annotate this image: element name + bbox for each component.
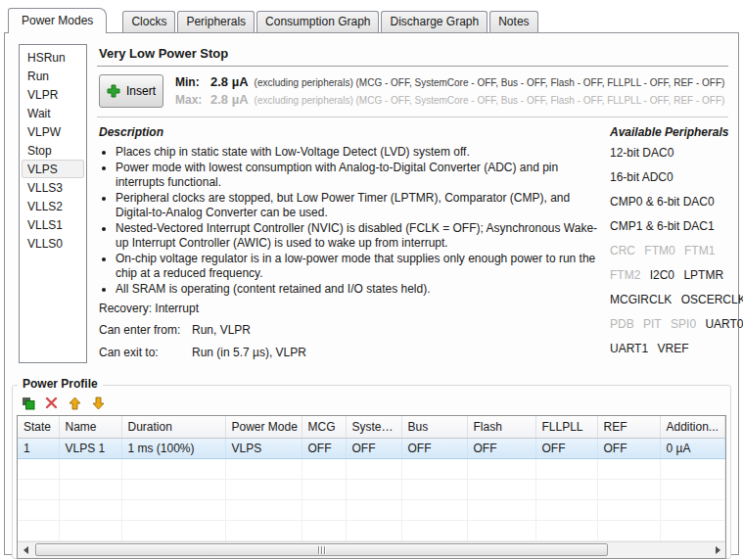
insert-button[interactable]: Insert [99, 74, 163, 108]
scroll-right-button[interactable] [710, 542, 725, 558]
mode-item-stop[interactable]: Stop [22, 141, 84, 160]
description-bullet: Power mode with lowest consumption with … [116, 161, 598, 190]
mode-item-wait[interactable]: Wait [22, 104, 84, 122]
max-line: Max: 2.8 µA (excluding peripherals) (MCG… [175, 91, 724, 109]
peripheral-label: MCGIRCLK [610, 293, 672, 306]
peripheral-label-disabled: FTM1 [684, 244, 715, 257]
col-header-name[interactable]: Name [59, 416, 121, 438]
cell-duration: 1 ms (100%) [121, 438, 225, 458]
peripheral-label: 12-bit DAC0 [610, 146, 673, 160]
peripheral-label-disabled: FTM2 [610, 268, 640, 282]
min-note: (excluding peripherals) (MCG - OFF, Syst… [255, 74, 725, 91]
scroll-right-icon [716, 546, 720, 554]
description-bullet: On-chip voltage regulator is in a low-po… [116, 252, 598, 281]
move-up-icon[interactable] [68, 396, 82, 410]
peripheral-row: 16-bit ADC0 [610, 165, 743, 190]
mode-item-vlls1[interactable]: VLLS1 [22, 215, 84, 234]
power-profile-toolbar [17, 394, 726, 415]
cell-ref: OFF [597, 438, 660, 458]
power-mode-detail-section: HSRun Run VLPR Wait VLPW Stop VLPS VLLS3… [11, 38, 732, 377]
max-note: (excluding peripherals) (MCG - OFF, Syst… [255, 92, 725, 109]
min-label: Min: [175, 74, 205, 91]
peripheral-label: OSCERCLK [681, 293, 743, 306]
peripheral-label-disabled: PDB [610, 317, 634, 331]
power-mode-list: HSRun Run VLPR Wait VLPW Stop VLPS VLLS3… [19, 44, 87, 363]
peripheral-label: LPTMR [683, 268, 723, 282]
mode-item-vlps[interactable]: VLPS [22, 160, 84, 178]
col-header-flash[interactable]: Flash [467, 416, 535, 438]
col-header-ref[interactable]: REF [597, 416, 660, 438]
mode-item-run[interactable]: Run [22, 67, 84, 85]
mode-title: Very Low Power Stop [97, 44, 728, 67]
power-profile-table: State Name Duration Power Mode MCG Syste… [17, 415, 726, 559]
peripheral-label: 16-bit ADC0 [610, 170, 673, 184]
peripheral-label: UART0 [705, 317, 743, 331]
mode-detail-pane: Very Low Power Stop Insert Min: [97, 44, 728, 377]
peripheral-label-disabled: CRC [610, 244, 635, 257]
empty-row [18, 458, 725, 479]
description-bullet: Peripheral clocks are stopped, but Low P… [116, 191, 598, 220]
power-modes-page: HSRun Run VLPR Wait VLPW Stop VLPS VLLS3… [4, 32, 739, 555]
col-header-state[interactable]: State [18, 416, 59, 438]
scrollbar-thumb[interactable] [35, 543, 608, 556]
can-exit-to-label: Can exit to: [99, 345, 192, 360]
col-header-bus[interactable]: Bus [401, 416, 467, 438]
mode-item-vlpr[interactable]: VLPR [22, 85, 84, 104]
insert-row: Insert Min: 2.8 µA (excluding peripheral… [97, 67, 728, 117]
tab-clocks[interactable]: Clocks [122, 11, 175, 32]
min-max-block: Min: 2.8 µA (excluding peripherals) (MCG… [175, 73, 724, 109]
duplicate-state-icon[interactable] [21, 396, 35, 410]
mode-item-hsrun[interactable]: HSRun [22, 48, 84, 67]
min-line: Min: 2.8 µA (excluding peripherals) (MCG… [175, 73, 724, 91]
description-bullet: Nested-Vectored Interrupt Controller (NV… [116, 221, 598, 251]
tab-consumption-graph[interactable]: Consumption Graph [256, 11, 379, 32]
col-header-additional[interactable]: Addition... [660, 416, 725, 438]
can-exit-to-value: Run (in 5.7 µs), VLPR [192, 345, 306, 360]
available-peripherals-heading: Available Peripherals [610, 125, 743, 139]
description-heading: Description [99, 125, 598, 139]
can-enter-from-value: Run, VLPR [192, 322, 251, 338]
mode-item-vlls2[interactable]: VLLS2 [22, 197, 84, 215]
empty-row [18, 479, 725, 499]
peripheral-label: CMP0 & 6-bit DAC0 [610, 195, 715, 209]
tab-power-modes[interactable]: Power Modes [8, 8, 107, 33]
mode-item-vlls3[interactable]: VLLS3 [22, 178, 84, 197]
peripheral-label-disabled: PIT [643, 317, 662, 331]
col-header-fllpll[interactable]: FLLPLL [535, 416, 597, 438]
col-header-systemcore[interactable]: System... [346, 416, 401, 438]
peripheral-row: CRC FTM0 FTM1 [610, 239, 743, 263]
horizontal-scrollbar[interactable] [18, 541, 725, 558]
tab-discharge-graph[interactable]: Discharge Graph [381, 11, 488, 32]
peripheral-row: MCGIRCLK OSCERCLK [610, 288, 743, 312]
can-exit-to-line: Can exit to: Run (in 5.7 µs), VLPR [99, 345, 598, 360]
cell-state: 1 [18, 438, 59, 458]
profile-row-1[interactable]: 1 VLPS 1 1 ms (100%) VLPS OFF OFF OFF OF… [18, 438, 725, 458]
peripheral-row: 12-bit DAC0 [610, 141, 743, 165]
col-header-power-mode[interactable]: Power Mode [225, 416, 302, 438]
cell-systemcore: OFF [346, 438, 401, 458]
tab-notes[interactable]: Notes [489, 11, 537, 32]
scrollbar-grip [318, 546, 319, 554]
description-column: Description Places chip in static state … [97, 123, 598, 367]
mode-item-vlls0[interactable]: VLLS0 [22, 234, 84, 253]
available-peripherals-column: Available Peripherals 12-bit DAC0 16-bit… [598, 123, 743, 367]
col-header-mcg[interactable]: MCG [302, 416, 346, 438]
peripheral-row: UART1 VREF [610, 337, 743, 361]
delete-state-icon[interactable] [44, 396, 59, 410]
peripheral-label-disabled: SPI0 [671, 317, 696, 331]
plus-icon [107, 84, 120, 98]
scroll-left-button[interactable] [18, 542, 33, 558]
description-bullet: Places chip in static state with Low-Vol… [116, 145, 598, 160]
description-bullet-list: Places chip in static state with Low-Vol… [103, 145, 598, 297]
insert-button-label: Insert [126, 84, 156, 98]
tab-peripherals[interactable]: Peripherals [177, 11, 255, 32]
empty-row [18, 520, 725, 540]
col-header-duration[interactable]: Duration [121, 416, 225, 438]
move-down-icon[interactable] [91, 396, 106, 410]
scrollbar-grip [321, 546, 322, 554]
peripheral-row: CMP1 & 6-bit DAC1 [610, 214, 743, 239]
peripheral-row: FTM2 I2C0 LPTMR [610, 263, 743, 288]
peripheral-label: I2C0 [650, 268, 674, 282]
mode-item-vlpw[interactable]: VLPW [22, 122, 84, 141]
peripheral-label: CMP1 & 6-bit DAC1 [610, 219, 715, 233]
